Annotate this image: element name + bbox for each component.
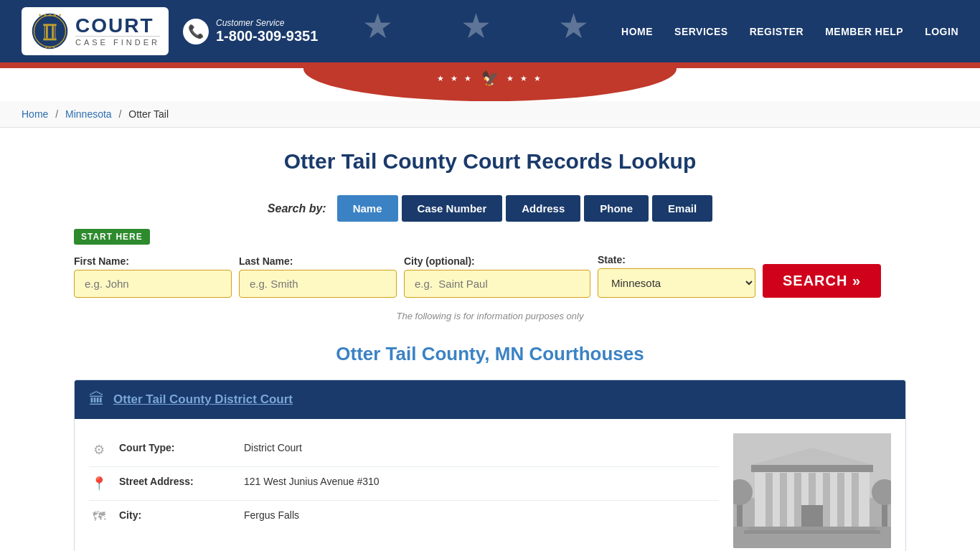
courthouse-details: ⚙ Court Type: District Court 📍 Street Ad… [89,433,719,548]
svg-rect-17 [823,473,830,527]
site-header: ★ ★ ★ ★ ★ ★ ★ ★ COURT CASE FINDER 📞 Cust… [0,0,980,62]
state-group: State: Minnesota [598,254,755,298]
banner-arc-container: ★ ★ ★ 🦅 ★ ★ ★ [0,68,980,101]
address-value: 121 West Junius Avenue #310 [244,476,380,487]
red-stripe [0,62,980,68]
customer-service-block: 📞 Customer Service 1-800-309-9351 [183,18,318,44]
customer-service-phone: 1-800-309-9351 [216,28,318,44]
breadcrumb-sep-1: / [55,108,58,120]
breadcrumb-county: Otter Tail [128,108,169,120]
svg-rect-19 [852,473,859,527]
breadcrumb-sep-2: / [119,108,122,120]
svg-rect-13 [765,473,773,527]
city-input[interactable] [404,270,590,298]
main-nav: HOME SERVICES REGISTER MEMBER HELP LOGIN [621,26,958,37]
eagle-icon: 🦅 [481,70,499,87]
main-content: Otter Tail County Court Records Lookup S… [60,128,920,551]
search-by-row: Search by: Name Case Number Address Phon… [74,195,906,222]
last-name-input[interactable] [239,270,397,298]
svg-rect-5 [43,39,56,41]
detail-row-city: 🗺 City: Fergus Falls [89,501,719,533]
search-form-row: First Name: Last Name: City (optional): … [74,254,906,298]
start-here-badge: START HERE [74,229,150,245]
tab-case-number[interactable]: Case Number [402,195,503,222]
last-name-label: Last Name: [239,255,397,267]
state-select[interactable]: Minnesota [598,268,755,298]
svg-rect-7 [52,26,54,38]
svg-rect-18 [837,473,844,527]
tab-name[interactable]: Name [337,195,398,222]
nav-register[interactable]: REGISTER [750,26,804,37]
courthouse-card-header: 🏛 Otter Tail County District Court [75,380,905,419]
page-title: Otter Tail County Court Records Lookup [74,149,906,174]
svg-text:★ ★ ★: ★ ★ ★ [44,46,56,50]
logo[interactable]: ★ ★ ★ ★ ★ ★ ★ ★ COURT CASE FINDER [22,7,169,55]
svg-rect-6 [46,26,48,38]
logo-seal-icon: ★ ★ ★ ★ ★ ★ ★ ★ [30,11,70,51]
courthouse-header-title[interactable]: Otter Tail County District Court [113,392,293,407]
svg-rect-4 [43,24,56,26]
banner-stars-right: ★ ★ ★ [507,74,543,83]
tab-email[interactable]: Email [652,195,712,222]
nav-home[interactable]: HOME [621,26,653,37]
nav-services[interactable]: SERVICES [674,26,728,37]
breadcrumb-state[interactable]: Minnesota [65,108,112,120]
courthouse-building-svg [733,433,891,548]
banner-stars-left: ★ ★ ★ [437,74,473,83]
first-name-input[interactable] [74,270,232,298]
last-name-group: Last Name: [239,255,397,298]
svg-rect-24 [744,530,880,534]
svg-rect-14 [780,473,787,527]
svg-point-0 [32,13,68,50]
breadcrumb-home[interactable]: Home [22,108,48,120]
detail-row-court-type: ⚙ Court Type: District Court [89,433,719,467]
city-label: City (optional): [404,255,590,267]
banner-eagle-row: ★ ★ ★ 🦅 ★ ★ ★ [437,70,542,87]
city-detail-value: Fergus Falls [244,509,299,521]
disclaimer-text: The following is for information purpose… [74,311,906,321]
court-type-icon: ⚙ [89,442,109,458]
city-icon: 🗺 [89,509,109,524]
logo-court-text: COURT [75,16,154,36]
courthouse-image [733,433,891,548]
city-detail-label: City: [119,509,234,521]
courthouse-icon: 🏛 [89,390,105,409]
svg-rect-23 [748,527,877,530]
svg-rect-22 [801,505,823,527]
tab-phone[interactable]: Phone [584,195,649,222]
svg-rect-20 [751,465,873,472]
nav-login[interactable]: LOGIN [925,26,958,37]
address-icon: 📍 [89,476,109,491]
state-label: State: [598,254,755,265]
svg-rect-15 [794,473,801,527]
court-type-label: Court Type: [119,442,234,453]
svg-text:★ ★ ★ ★ ★: ★ ★ ★ ★ ★ [38,12,61,17]
first-name-label: First Name: [74,255,232,267]
phone-icon: 📞 [183,19,209,44]
courthouse-card-body: ⚙ Court Type: District Court 📍 Street Ad… [75,419,905,551]
courthouse-card: 🏛 Otter Tail County District Court ⚙ Cou… [74,380,906,551]
search-button[interactable]: SEARCH » [763,264,881,298]
address-label: Street Address: [119,476,234,487]
search-by-label: Search by: [268,202,326,215]
header-stars-decoration: ★ ★ ★ [362,6,618,46]
first-name-group: First Name: [74,255,232,298]
customer-service-label: Customer Service [216,18,318,28]
court-type-value: District Court [244,442,302,453]
courthouses-title: Otter Tail County, MN Courthouses [74,343,906,365]
city-group: City (optional): [404,255,590,298]
breadcrumb: Home / Minnesota / Otter Tail [0,101,980,128]
nav-member-help[interactable]: MEMBER HELP [825,26,903,37]
logo-case-finder-text: CASE FINDER [75,36,160,47]
detail-row-address: 📍 Street Address: 121 West Junius Avenue… [89,467,719,501]
tab-address[interactable]: Address [506,195,580,222]
